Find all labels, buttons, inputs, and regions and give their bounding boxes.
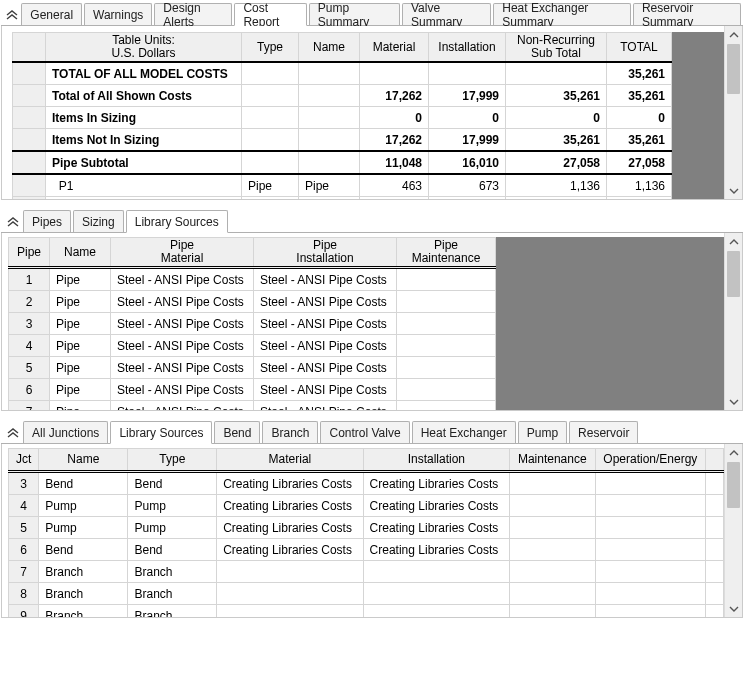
table-row[interactable]: 9BranchBranch	[9, 605, 724, 618]
col-type: Type	[242, 33, 299, 63]
col-pipe-material: PipeMaterial	[111, 238, 254, 268]
col-jct: Jct	[9, 449, 39, 472]
table-junction-library[interactable]: Jct Name Type Material Installation Main…	[8, 448, 724, 617]
scroll-thumb[interactable]	[727, 462, 740, 508]
bot-tab-reservoir[interactable]: Reservoir	[569, 421, 638, 443]
panel-cost-report: GeneralWarningsDesign AlertsCost ReportP…	[0, 0, 744, 201]
top-tab-heat-exchanger-summary[interactable]: Heat Exchanger Summary	[493, 3, 631, 25]
pane-junction-library: Jct Name Type Material Installation Main…	[1, 444, 743, 618]
bot-tab-heat-exchanger[interactable]: Heat Exchanger	[412, 421, 516, 443]
col-pipe-installation: PipeInstallation	[254, 238, 397, 268]
col-pipe-maintenance: PipeMaintenance	[397, 238, 496, 268]
tabstrip-mid: PipesSizingLibrary Sources	[1, 208, 743, 233]
tabstrip-top: GeneralWarningsDesign AlertsCost ReportP…	[1, 1, 743, 26]
scroll-up-icon[interactable]	[725, 26, 742, 43]
col-maintenance: Maintenance	[510, 449, 596, 472]
top-tab-general[interactable]: General	[21, 3, 82, 25]
col-name: Name	[299, 33, 360, 63]
bot-tab-library-sources[interactable]: Library Sources	[110, 421, 212, 444]
col-name: Name	[50, 238, 111, 268]
table-row[interactable]: 5PumpPumpCreating Libraries CostsCreatin…	[9, 517, 724, 539]
col-material: Material	[360, 33, 429, 63]
top-tab-warnings[interactable]: Warnings	[84, 3, 152, 25]
top-tab-cost-report[interactable]: Cost Report	[234, 3, 306, 26]
table-row[interactable]: 6BendBendCreating Libraries CostsCreatin…	[9, 539, 724, 561]
top-tab-pump-summary[interactable]: Pump Summary	[309, 3, 400, 25]
table-row[interactable]: 4PipeSteel - ANSI Pipe CostsSteel - ANSI…	[9, 335, 496, 357]
mid-tab-library-sources[interactable]: Library Sources	[126, 210, 228, 233]
collapse-toggle-top[interactable]	[5, 3, 19, 25]
table-pipe-library[interactable]: Pipe Name PipeMaterial PipeInstallation …	[8, 237, 496, 410]
scroll-up-icon[interactable]	[725, 444, 742, 461]
col-installation: Installation	[363, 449, 509, 472]
col-rowhead	[13, 33, 46, 63]
bot-tab-pump[interactable]: Pump	[518, 421, 567, 443]
scroll-up-icon[interactable]	[725, 233, 742, 250]
table-row[interactable]: 2PipeSteel - ANSI Pipe CostsSteel - ANSI…	[9, 291, 496, 313]
col-name: Name	[39, 449, 128, 472]
table-row[interactable]: TOTAL OF ALL MODEL COSTS35,261	[13, 62, 672, 85]
bot-tab-all-junctions[interactable]: All Junctions	[23, 421, 108, 443]
table-row[interactable]: 3PipeSteel - ANSI Pipe CostsSteel - ANSI…	[9, 313, 496, 335]
col-installation: Installation	[429, 33, 506, 63]
table-row[interactable]: P2PipePipe4462107107	[13, 197, 672, 199]
panel-pipe-library: PipesSizingLibrary Sources Pipe Name Pip…	[0, 207, 744, 412]
col-subtotal: Non-RecurringSub Total	[506, 33, 607, 63]
table-row[interactable]: Items In Sizing0000	[13, 107, 672, 129]
table-row[interactable]: Items Not In Sizing17,26217,99935,26135,…	[13, 129, 672, 152]
panel-junction-library: All JunctionsLibrary SourcesBendBranchCo…	[0, 418, 744, 619]
bot-tab-branch[interactable]: Branch	[262, 421, 318, 443]
table-row[interactable]: 7PipeSteel - ANSI Pipe CostsSteel - ANSI…	[9, 401, 496, 410]
table-row[interactable]: 5PipeSteel - ANSI Pipe CostsSteel - ANSI…	[9, 357, 496, 379]
col-extra	[706, 449, 724, 472]
collapse-toggle-mid[interactable]	[5, 210, 21, 232]
pane-cost-report: Table Units:U.S. Dollars Type Name Mater…	[1, 26, 743, 200]
scrollbar-top[interactable]	[724, 26, 742, 199]
col-op-energy: Operation/Energy	[595, 449, 706, 472]
collapse-toggle-bot[interactable]	[5, 421, 21, 443]
scroll-thumb[interactable]	[727, 44, 740, 94]
table-row[interactable]: 3BendBendCreating Libraries CostsCreatin…	[9, 472, 724, 495]
top-tab-design-alerts[interactable]: Design Alerts	[154, 3, 232, 25]
scroll-thumb[interactable]	[727, 251, 740, 297]
top-tab-valve-summary[interactable]: Valve Summary	[402, 3, 491, 25]
table-cost-report[interactable]: Table Units:U.S. Dollars Type Name Mater…	[12, 32, 672, 199]
scroll-down-icon[interactable]	[725, 182, 742, 199]
table-row[interactable]: 6PipeSteel - ANSI Pipe CostsSteel - ANSI…	[9, 379, 496, 401]
pane-pipe-library: Pipe Name PipeMaterial PipeInstallation …	[1, 233, 743, 411]
top-tab-reservoir-summary[interactable]: Reservoir Summary	[633, 3, 741, 25]
tabstrip-bot: All JunctionsLibrary SourcesBendBranchCo…	[1, 419, 743, 444]
col-material: Material	[217, 449, 363, 472]
bot-tab-bend[interactable]: Bend	[214, 421, 260, 443]
col-units: Table Units:U.S. Dollars	[46, 33, 242, 63]
table-row[interactable]: P1PipePipe4636731,1361,136	[13, 174, 672, 197]
col-total: TOTAL	[607, 33, 672, 63]
scrollbar-bot[interactable]	[724, 444, 742, 617]
table-row[interactable]: 1PipeSteel - ANSI Pipe CostsSteel - ANSI…	[9, 268, 496, 291]
empty-area	[672, 32, 724, 199]
scroll-down-icon[interactable]	[725, 600, 742, 617]
mid-tab-pipes[interactable]: Pipes	[23, 210, 71, 232]
table-row[interactable]: 7BranchBranch	[9, 561, 724, 583]
mid-tab-sizing[interactable]: Sizing	[73, 210, 124, 232]
empty-area	[496, 237, 724, 410]
col-type: Type	[128, 449, 217, 472]
table-row[interactable]: 8BranchBranch	[9, 583, 724, 605]
scrollbar-mid[interactable]	[724, 233, 742, 410]
table-row[interactable]: Total of All Shown Costs17,26217,99935,2…	[13, 85, 672, 107]
col-pipe: Pipe	[9, 238, 50, 268]
scroll-down-icon[interactable]	[725, 393, 742, 410]
table-row[interactable]: 4PumpPumpCreating Libraries CostsCreatin…	[9, 495, 724, 517]
bot-tab-control-valve[interactable]: Control Valve	[320, 421, 409, 443]
table-row[interactable]: Pipe Subtotal11,04816,01027,05827,058	[13, 151, 672, 174]
